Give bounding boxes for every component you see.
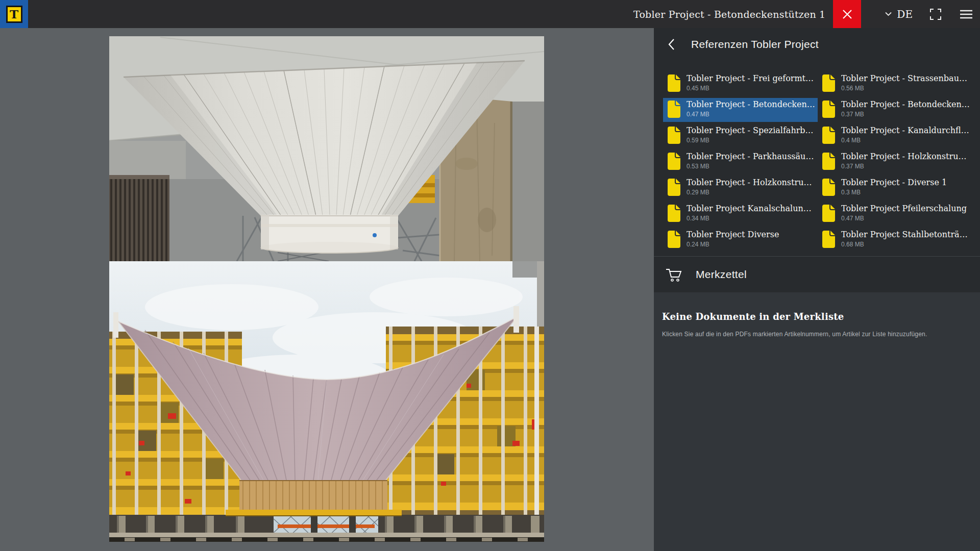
file-size: 0.3 MB	[841, 189, 970, 196]
file-size: 0.47 MB	[687, 111, 815, 118]
photo-concrete-column	[109, 36, 544, 261]
document-icon	[822, 204, 836, 222]
file-size: 0.53 MB	[687, 163, 815, 170]
file-size: 0.4 MB	[841, 137, 970, 144]
file-item[interactable]: Tobler Project - Parkhaussäul…0.53 MB	[663, 150, 818, 174]
file-size: 0.59 MB	[687, 137, 815, 144]
document-icon	[822, 230, 836, 248]
file-size: 0.56 MB	[841, 85, 970, 92]
document-icon	[667, 74, 681, 92]
file-size: 0.45 MB	[687, 85, 815, 92]
file-name: Tobler Project - Strassenbau F…	[841, 73, 970, 83]
file-item-selected[interactable]: Tobler Project - Betondecken…0.47 MB	[663, 98, 818, 122]
file-item[interactable]: Tobler Project - Betondecken…0.37 MB	[818, 98, 972, 122]
file-item[interactable]: Tobler Project - Frei geformte…0.45 MB	[663, 72, 818, 96]
app-logo[interactable]: T	[0, 0, 28, 28]
merkliste-empty-hint: Klicken Sie auf die in den PDFs markiert…	[662, 331, 969, 338]
file-size: 0.29 MB	[687, 189, 815, 196]
file-name: Tobler Project - Kanaldurchfluss	[841, 126, 970, 135]
file-name: Tobler Project - Diverse 1	[841, 178, 970, 187]
file-item[interactable]: Tobler Project - Kanaldurchfluss0.4 MB	[818, 124, 972, 148]
file-name: Tobler Project - Spezialfahrba…	[687, 126, 815, 135]
close-icon	[842, 9, 852, 19]
cart-icon	[665, 267, 683, 282]
merkliste-panel: Keine Dokumente in der Merkliste Klicken…	[654, 292, 980, 551]
back-button[interactable]	[668, 38, 675, 51]
top-bar: T Tobler Project - Betondeckenstützen 1 …	[0, 0, 980, 28]
file-size: 0.37 MB	[841, 111, 970, 118]
file-size: 0.34 MB	[687, 215, 815, 222]
file-name: Tobler Project Kanalschalung 2	[687, 204, 815, 213]
language-selector[interactable]: DE	[885, 8, 913, 20]
file-name: Tobler Project - Holzkonstrukt…	[687, 178, 815, 187]
file-name: Tobler Project - Betondecken…	[687, 99, 815, 109]
chevron-down-icon	[885, 12, 892, 16]
chevron-left-icon	[668, 38, 675, 51]
merkzettel-label: Merkzettel	[696, 268, 747, 281]
document-icon	[667, 152, 681, 170]
fullscreen-button[interactable]	[930, 9, 941, 20]
file-item[interactable]: Tobler Project - Holzkonstrukt…0.29 MB	[663, 176, 818, 200]
file-name: Tobler Project - Parkhaussäul…	[687, 152, 815, 161]
file-item[interactable]: Tobler Project - Diverse 10.3 MB	[818, 176, 972, 200]
document-icon	[822, 152, 836, 170]
merkliste-empty-title: Keine Dokumente in der Merkliste	[662, 311, 969, 322]
close-button[interactable]	[833, 0, 861, 28]
document-icon	[667, 100, 681, 118]
file-item[interactable]: Tobler Project Pfeilerschalung0.47 MB	[818, 202, 972, 226]
document-icon	[667, 126, 681, 144]
file-item[interactable]: Tobler Project - Holzkonstrukt…0.37 MB	[818, 150, 972, 174]
file-item[interactable]: Tobler Project Stahlbetonträger0.68 MB	[818, 228, 972, 252]
document-icon	[667, 204, 681, 222]
document-icon	[822, 178, 836, 196]
file-name: Tobler Project Diverse	[687, 230, 815, 239]
file-name: Tobler Project - Frei geformte…	[687, 73, 815, 83]
file-item[interactable]: Tobler Project - Spezialfahrba…0.59 MB	[663, 124, 818, 148]
merkzettel-button[interactable]: Merkzettel	[654, 257, 980, 292]
file-size: 0.68 MB	[841, 241, 970, 248]
file-size: 0.24 MB	[687, 241, 815, 248]
document-icon	[822, 74, 836, 92]
document-icon	[822, 126, 836, 144]
document-icon	[822, 100, 836, 118]
photo-formwork-mould	[109, 261, 544, 542]
file-name: Tobler Project Pfeilerschalung	[841, 204, 970, 213]
document-title: Tobler Project - Betondeckenstützen 1	[633, 9, 825, 20]
file-item[interactable]: Tobler Project - Strassenbau F…0.56 MB	[818, 72, 972, 96]
sidebar: Referenzen Tobler Project Tobler Project…	[654, 28, 980, 551]
menu-button[interactable]	[960, 10, 972, 19]
file-name: Tobler Project - Betondecken…	[841, 99, 970, 109]
file-size: 0.47 MB	[841, 215, 970, 222]
file-size: 0.37 MB	[841, 163, 970, 170]
sidebar-header: Referenzen Tobler Project	[654, 28, 980, 61]
document-icon	[667, 178, 681, 196]
file-name: Tobler Project - Holzkonstrukt…	[841, 152, 970, 161]
document-preview	[109, 36, 544, 542]
sidebar-title: Referenzen Tobler Project	[691, 38, 819, 51]
file-item[interactable]: Tobler Project Kanalschalung 20.34 MB	[663, 202, 818, 226]
document-icon	[667, 230, 681, 248]
logo-letter: T	[6, 6, 22, 23]
file-name: Tobler Project Stahlbetonträger	[841, 230, 970, 239]
fullscreen-icon	[930, 9, 941, 20]
language-label: DE	[897, 8, 913, 20]
file-item[interactable]: Tobler Project Diverse0.24 MB	[663, 228, 818, 252]
file-grid: Tobler Project - Frei geformte…0.45 MB T…	[654, 72, 980, 252]
menu-icon	[960, 10, 972, 19]
